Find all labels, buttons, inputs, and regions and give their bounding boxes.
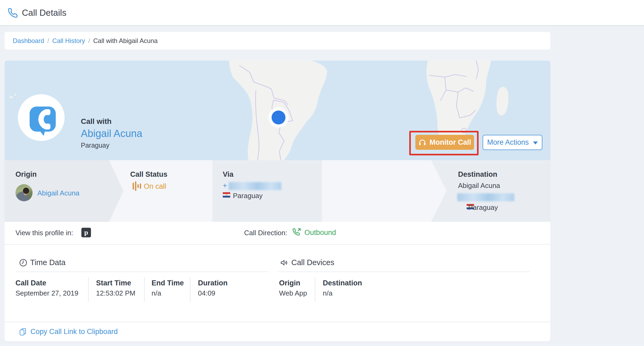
copy-call-link[interactable]: Copy Call Link to Clipboard bbox=[5, 322, 550, 341]
call-date-value: September 27, 2019 bbox=[15, 289, 78, 297]
origin-contact-link[interactable]: Abigail Acuna bbox=[37, 189, 79, 197]
device-destination-value: n/a bbox=[323, 289, 332, 297]
breadcrumb-link-call-history[interactable]: Call History bbox=[52, 37, 85, 45]
more-actions-button[interactable]: More Actions bbox=[483, 135, 542, 150]
time-data-title: Time Data bbox=[30, 258, 66, 267]
breadcrumb-current: Call with Abigail Acuna bbox=[93, 37, 157, 45]
column-divider bbox=[315, 277, 315, 302]
breadcrumb: Dashboard / Call History / Call with Abi… bbox=[5, 32, 550, 50]
destination-label: Destination bbox=[458, 170, 497, 179]
flag-paraguay-icon bbox=[223, 192, 230, 198]
via-country: Paraguay bbox=[233, 192, 263, 200]
origin-label: Origin bbox=[15, 170, 37, 179]
origin-contact-photo[interactable] bbox=[15, 184, 33, 201]
device-col-header: Destination bbox=[323, 279, 362, 287]
via-section-bg bbox=[212, 160, 322, 222]
page-title: Call Details bbox=[22, 8, 66, 18]
time-col-header: End Time bbox=[152, 279, 184, 287]
duration-value: 04:09 bbox=[198, 289, 215, 297]
divider bbox=[277, 272, 530, 272]
contact-name-link[interactable]: Abigail Acuna bbox=[81, 128, 142, 139]
call-devices-title: Call Devices bbox=[291, 258, 334, 267]
map-marker bbox=[268, 107, 289, 128]
copy-call-link-label: Copy Call Link to Clipboard bbox=[30, 328, 118, 336]
more-actions-label: More Actions bbox=[487, 138, 529, 147]
column-divider bbox=[88, 277, 89, 302]
via-number-prefix: + bbox=[223, 182, 227, 190]
divider bbox=[15, 272, 268, 272]
call-summary-strip: Origin Abigail Acuna Call Status On call… bbox=[5, 160, 550, 222]
spacer-section-bg bbox=[322, 160, 431, 222]
contact-avatar bbox=[18, 94, 65, 141]
outbound-call-icon bbox=[292, 228, 301, 237]
headphones-icon bbox=[418, 138, 426, 146]
chevron-down-icon bbox=[533, 141, 538, 144]
call-status-value: On call bbox=[144, 182, 166, 191]
call-status-label: Call Status bbox=[130, 170, 168, 179]
waveform-icon bbox=[133, 181, 141, 191]
end-time-value: n/a bbox=[152, 289, 161, 297]
call-details-card: Call with Abigail Acuna Paraguay Monitor… bbox=[5, 61, 550, 341]
profile-direction-row: View this profile in: p Call Direction: … bbox=[5, 222, 550, 245]
breadcrumb-separator: / bbox=[47, 37, 49, 45]
destination-phone-number-redacted bbox=[457, 193, 514, 201]
via-phone-number-redacted bbox=[229, 182, 281, 190]
via-label: Via bbox=[223, 170, 233, 179]
app-header: Call Details bbox=[0, 0, 644, 26]
column-divider bbox=[190, 277, 190, 302]
destination-section-bg bbox=[431, 160, 550, 222]
copy-icon bbox=[19, 328, 27, 336]
call-direction-value: Outbound bbox=[304, 229, 336, 237]
monitor-call-label: Monitor Call bbox=[430, 138, 471, 147]
start-time-value: 12:53:02 PM bbox=[96, 289, 135, 297]
phone-icon bbox=[7, 7, 18, 18]
call-status-section-bg bbox=[109, 160, 212, 222]
call-with-label: Call with bbox=[81, 117, 142, 126]
column-divider bbox=[144, 277, 145, 302]
clock-icon bbox=[19, 259, 27, 267]
destination-name: Abigail Acuna bbox=[458, 182, 500, 190]
pipedrive-badge[interactable]: p bbox=[81, 228, 91, 237]
time-col-header: Start Time bbox=[96, 279, 131, 287]
time-col-header: Call Date bbox=[15, 279, 46, 287]
time-col-header: Duration bbox=[198, 279, 228, 287]
contact-country: Paraguay bbox=[81, 141, 142, 149]
call-direction-label: Call Direction: bbox=[244, 229, 287, 237]
breadcrumb-link-dashboard[interactable]: Dashboard bbox=[13, 37, 44, 45]
device-col-header: Origin bbox=[279, 279, 300, 287]
view-profile-label: View this profile in: bbox=[15, 229, 73, 237]
breadcrumb-separator: / bbox=[88, 37, 90, 45]
destination-country: Paraguay bbox=[468, 203, 498, 212]
hero-contact-block: Call with Abigail Acuna Paraguay bbox=[81, 117, 142, 149]
monitor-call-button[interactable]: Monitor Call bbox=[415, 135, 474, 150]
device-origin-value: Web App bbox=[279, 289, 307, 297]
speaker-icon bbox=[280, 259, 288, 267]
